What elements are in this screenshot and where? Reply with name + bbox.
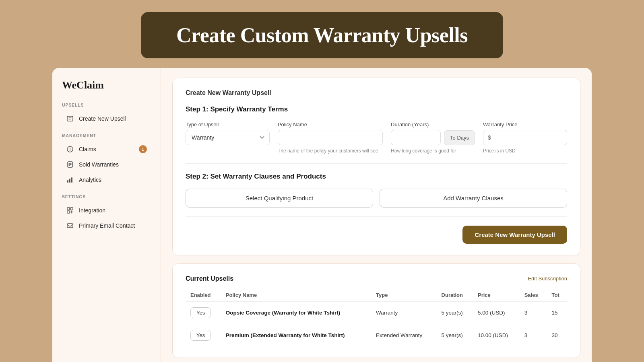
cell-sales: 3 [520,301,547,324]
table-body: Yes Oopsie Coverage (Warranty for White … [186,301,567,346]
sidebar-section-upsells: UPSELLS [62,103,151,107]
table-row: Yes Oopsie Coverage (Warranty for White … [186,301,567,324]
sidebar-item-claims-label: Claims [79,146,96,152]
app-shell: WeClaim UPSELLS Create New Upsell MANAGE… [52,68,592,362]
table-head: Enabled Policy Name Type Duration Price … [186,289,567,302]
main-content: Create New Warranty Upsell Step 1: Speci… [161,68,592,362]
select-qualifying-product-button[interactable]: Select Qualifying Product [186,189,373,208]
sidebar-item-create-new-upsell[interactable]: Create New Upsell [62,111,151,126]
sidebar-item-primary-email-contact[interactable]: Primary Email Contact [62,218,151,233]
add-warranty-clauses-button[interactable]: Add Warranty Clauses [380,189,567,208]
sidebar-item-analytics[interactable]: Analytics [62,173,151,187]
sidebar-item-integration[interactable]: Integration [62,203,151,218]
step2-buttons: Select Qualifying Product Add Warranty C… [186,189,567,208]
col-enabled: Enabled [186,289,221,302]
svg-rect-4 [69,179,70,183]
sidebar-item-integration-label: Integration [79,207,105,214]
hero-title: Create Custom Warranty Upsells [165,23,479,47]
cell-policy-name: Premium (Extended Warranty for White Tsh… [221,324,371,346]
cell-total: 15 [547,301,567,324]
svg-rect-6 [67,208,70,210]
cell-duration: 5 year(s) [437,324,473,346]
sold-warranties-icon [66,160,74,169]
price-prefix: $ [488,134,491,141]
create-btn-row: Create New Warranty Upsell [186,226,567,244]
price-input-wrap: $ [483,130,567,145]
col-type: Type [371,289,436,302]
duration-input[interactable] [391,130,441,145]
policy-name-text: Oopsie Coverage (Warranty for White Tshi… [226,310,340,316]
table-header-row: Current Upsells Edit Subscription [186,275,567,282]
price-label: Warranty Price [483,121,567,128]
type-upsell-group: Type of Upsell Warranty Extended Warrant… [186,121,270,145]
cell-enabled: Yes [186,301,221,324]
col-policy-name: Policy Name [221,289,371,302]
current-upsells-title: Current Upsells [186,275,233,282]
create-upsell-icon [66,115,74,123]
current-upsells-card: Current Upsells Edit Subscription Enable… [172,263,580,358]
sidebar-section-management: MANAGEMENT [62,133,151,138]
svg-rect-7 [70,208,73,210]
cell-type: Warranty [371,301,436,324]
svg-rect-8 [67,211,70,213]
enabled-button[interactable]: Yes [190,307,211,318]
step-divider-1 [186,163,567,164]
policy-name-input[interactable] [278,130,383,145]
cell-total: 30 [547,324,567,346]
cell-enabled: Yes [186,324,221,346]
integration-icon [66,206,74,214]
price-input[interactable] [483,130,567,145]
col-total: Tot [547,289,567,302]
claims-badge: 1 [139,145,147,153]
policy-name-text: Premium (Extended Warranty for White Tsh… [226,332,345,338]
sidebar-item-sold-warranties-label: Sold Warranties [79,161,119,168]
card-title: Create New Warranty Upsell [186,89,567,97]
col-price: Price [473,289,520,302]
duration-row: To Days [391,130,475,145]
cell-sales: 3 [520,324,547,346]
step1-heading: Step 1: Specify Warranty Terms [186,105,567,113]
svg-rect-3 [67,180,68,183]
sidebar-item-primary-email-label: Primary Email Contact [79,222,135,229]
duration-label: Duration (Years) [391,121,475,128]
enabled-button[interactable]: Yes [190,330,211,341]
sidebar-item-claims[interactable]: Claims 1 [62,142,151,156]
to-days-button[interactable]: To Days [444,130,475,145]
col-duration: Duration [437,289,473,302]
policy-name-group: Policy Name The name of the policy your … [278,121,383,154]
step2-heading: Step 2: Set Warranty Clauses and Product… [186,173,567,181]
sidebar-section-settings: SETTINGS [62,194,151,199]
step-divider-2 [186,216,567,217]
sidebar-item-sold-warranties[interactable]: Sold Warranties [62,157,151,172]
cell-policy-name: Oopsie Coverage (Warranty for White Tshi… [221,301,371,324]
svg-rect-5 [71,177,72,183]
type-label: Type of Upsell [186,121,270,128]
svg-rect-0 [67,116,73,121]
svg-rect-9 [67,224,73,228]
edit-subscription-link[interactable]: Edit Subscription [528,276,567,282]
policy-hint: The name of the policy your customers wi… [278,148,383,154]
hero-banner: Create Custom Warranty Upsells [141,12,503,58]
duration-group: Duration (Years) To Days How long covera… [391,121,475,154]
claims-icon [66,145,74,153]
sidebar: WeClaim UPSELLS Create New Upsell MANAGE… [52,68,161,362]
sidebar-item-analytics-label: Analytics [79,177,101,183]
warranty-price-group: Warranty Price $ Price is in USD [483,121,567,154]
cell-price: 5.00 (USD) [473,301,520,324]
price-hint: Price is in USD [483,148,567,154]
policy-label: Policy Name [278,121,383,128]
col-sales: Sales [520,289,547,302]
create-warranty-upsell-button[interactable]: Create New Warranty Upsell [462,226,567,244]
duration-hint: How long coverage is good for [391,148,475,154]
table-header-row-el: Enabled Policy Name Type Duration Price … [186,289,567,302]
analytics-icon [66,176,74,184]
cell-type: Extended Warranty [371,324,436,346]
create-warranty-card: Create New Warranty Upsell Step 1: Speci… [172,78,580,255]
upsells-table: Enabled Policy Name Type Duration Price … [186,289,567,346]
cell-duration: 5 year(s) [437,301,473,324]
cell-price: 10.00 (USD) [473,324,520,346]
step1-form-row: Type of Upsell Warranty Extended Warrant… [186,121,567,154]
email-icon [66,222,74,230]
sidebar-logo: WeClaim [62,79,151,91]
type-upsell-select[interactable]: Warranty Extended Warranty [186,130,270,145]
